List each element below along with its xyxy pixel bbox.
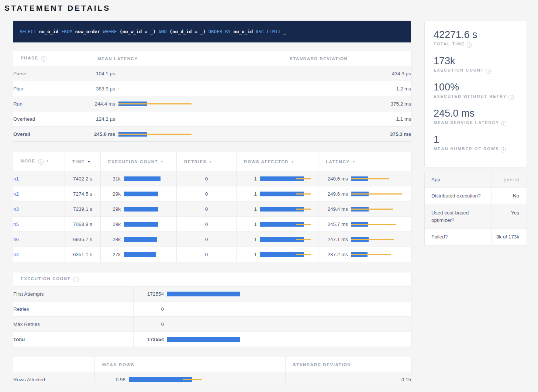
rows-affected-label: Rows Affected: [13, 372, 94, 387]
stddev-whisker: [118, 134, 192, 135]
app-panel-label: Used cost-based optimizer?: [425, 205, 492, 229]
latency-column-header[interactable]: LATENCY▼: [318, 152, 411, 171]
execution-count-header-row: EXECUTION COUNTi: [13, 272, 411, 286]
node-link[interactable]: n5: [13, 221, 19, 227]
cell-value: 245.7 ms: [318, 221, 348, 227]
app-panel-row: App(unset): [425, 172, 527, 188]
mean-latency-column-header: MEAN LATENCY: [89, 51, 282, 66]
cell-value: 31k: [101, 176, 121, 182]
cell-value: 0.98: [95, 377, 125, 382]
rows-affected-column-header[interactable]: ROWS AFFECTED▼: [236, 152, 318, 171]
mean-rows-column-header: MEAN ROWS: [94, 357, 285, 372]
node-table-header-row: NODEi▼ TIME▼ EXECUTION COUNT▼ RETRIES▼ R…: [13, 152, 411, 171]
sql-ident: no_o_id: [39, 29, 59, 34]
sql-ident: no_o_id: [234, 29, 253, 34]
info-icon[interactable]: i: [73, 277, 79, 282]
stat-label: TOTAL TIME: [434, 42, 465, 46]
node-link[interactable]: n6: [13, 237, 19, 242]
execution-count-label: First Attempts: [13, 286, 133, 301]
info-icon[interactable]: i: [501, 121, 506, 126]
sql-keyword: SELECT: [20, 29, 39, 34]
cell-value: 247.1 ms: [318, 237, 348, 242]
app-details-panel: App(unset)Distributed execution?NoUsed c…: [424, 172, 527, 245]
phase-label: Run: [13, 96, 89, 111]
stddev-whisker: [183, 379, 202, 380]
app-panel-value: (unset): [492, 172, 527, 188]
node-row: n46351.1 s27k01237.2 ms: [13, 247, 411, 262]
info-icon[interactable]: i: [467, 42, 472, 48]
stddev-whisker: [351, 193, 402, 195]
node-time: 7068.9 s: [65, 216, 100, 231]
cell-value: 1: [237, 221, 257, 227]
cell-value: 29k: [101, 191, 121, 197]
node-retries: 0: [176, 247, 236, 262]
latency-bar: [124, 206, 176, 212]
info-icon[interactable]: i: [508, 95, 514, 100]
cell-value: 1: [237, 252, 257, 257]
summary-stat: 173kEXECUTION COUNTi: [434, 55, 518, 74]
mean-bar: [124, 222, 158, 227]
stat-label: EXECUTION COUNT: [434, 68, 484, 72]
node-link[interactable]: n2: [13, 191, 19, 197]
summary-stat: 1MEAN NUMBER OF ROWSi: [434, 134, 518, 152]
node-retries: 0: [176, 186, 236, 201]
phase-label: Parse: [13, 66, 89, 81]
app-panel-row: Used cost-based optimizer?Yes: [425, 204, 527, 229]
cell-value: 1: [237, 191, 257, 197]
sort-arrow-icon: ▼: [209, 160, 212, 164]
stat-value: 1: [434, 134, 518, 145]
execution-count-table-title: EXECUTION COUNTi: [13, 272, 411, 286]
rows-stddev-value: 0.15: [285, 372, 411, 387]
cell-value: 172554: [134, 337, 164, 342]
rows-standard-deviation-column-header: STANDARD DEVIATION: [285, 357, 411, 372]
node-time: 7402.2 s: [65, 171, 100, 186]
node-column-header[interactable]: NODEi▼: [13, 152, 65, 171]
cell-value: 104.1 µs: [89, 71, 115, 76]
sql-ident: _: [283, 29, 286, 34]
info-icon[interactable]: i: [38, 159, 44, 165]
app-panel-label: Distributed execution?: [425, 188, 492, 204]
cell-value: 1: [237, 237, 257, 242]
cell-value: 0: [134, 321, 164, 327]
node-link[interactable]: n1: [13, 176, 19, 182]
latency-bar: [124, 237, 176, 242]
latency-bar: [260, 176, 318, 182]
cell-value: 245.0 ms: [89, 131, 115, 137]
phase-row: Parse104.1 µs434.3 µs: [13, 66, 411, 81]
execution-count-label: Max Retries: [13, 316, 133, 331]
time-column-header[interactable]: TIME▼: [65, 152, 100, 171]
phase-table-header-row: PHASEi MEAN LATENCY STANDARD DEVIATION: [13, 51, 411, 66]
node-link[interactable]: n4: [13, 252, 19, 257]
info-icon[interactable]: i: [41, 56, 46, 62]
stddev-whisker: [296, 254, 311, 255]
cell-value: 172554: [134, 291, 164, 297]
mean-bar: [167, 292, 240, 296]
info-icon[interactable]: i: [486, 69, 491, 74]
stddev-whisker: [351, 178, 389, 179]
rows-table-header-row: MEAN ROWS STANDARD DEVIATION: [13, 357, 411, 372]
execution-count-column-header[interactable]: EXECUTION COUNT▼: [100, 152, 176, 171]
stat-label: MEAN SERVICE LATENCY: [434, 120, 499, 125]
cell-value: 237.2 ms: [318, 252, 348, 257]
stddev-whisker: [296, 209, 311, 210]
node-link[interactable]: n3: [13, 206, 19, 212]
node-retries: 0: [176, 216, 236, 231]
sql-keyword: FROM: [58, 29, 75, 34]
node-retries: 0: [176, 171, 236, 186]
retries-column-header[interactable]: RETRIES▼: [176, 152, 236, 171]
latency-bar: [260, 206, 318, 212]
phase-row: Run244.4 ms375.2 ms: [13, 96, 411, 111]
latency-bar: [124, 221, 176, 227]
execution-count-label: Retries: [13, 301, 133, 316]
latency-bar: [260, 221, 318, 227]
cell-value: 249.6 ms: [318, 191, 348, 197]
node-row: n17402.2 s31k01240.6 ms: [13, 171, 411, 186]
cell-value: 28k: [101, 237, 121, 242]
node-time: 6935.7 s: [65, 231, 100, 247]
info-icon[interactable]: i: [501, 147, 506, 152]
latency-bar: [167, 321, 411, 327]
execution-count-row: Max Retries0: [13, 316, 411, 331]
mean-bar: [124, 176, 161, 181]
node-retries: 0: [176, 201, 236, 216]
latency-bar: [167, 291, 411, 297]
